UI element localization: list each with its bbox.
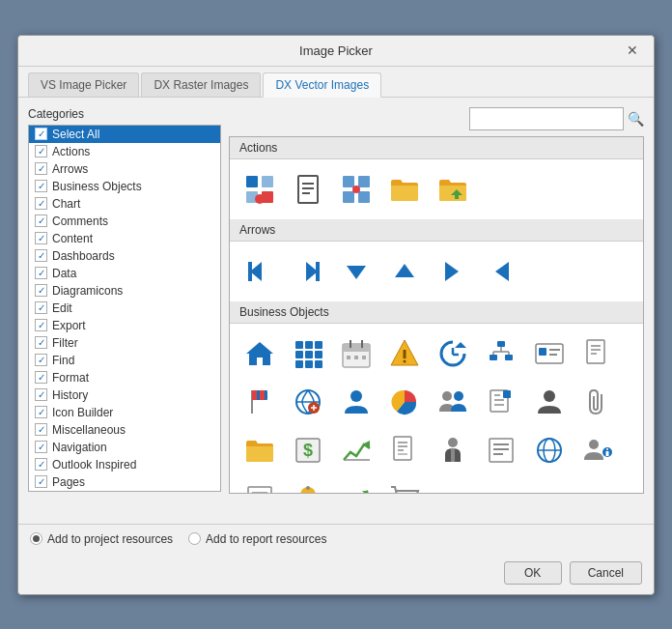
category-item-diagramicons[interactable]: ✓ Diagramicons [29, 282, 220, 300]
icon-list[interactable] [238, 476, 282, 494]
tab-dx-vector-images[interactable]: DX Vector Images [263, 72, 381, 98]
category-item-icon-builder[interactable]: ✓ Icon Builder [29, 404, 220, 421]
icon-pie-chart[interactable] [382, 380, 427, 424]
checkbox-filter: ✓ [35, 336, 47, 349]
checkbox-format: ✓ [35, 371, 47, 384]
tab-vs-image-picker[interactable]: VS Image Picker [28, 72, 139, 97]
icon-calendar[interactable] [334, 331, 378, 376]
svg-rect-15 [248, 262, 252, 281]
ok-button[interactable]: OK [504, 561, 562, 585]
bottom-panel: Add to project resources Add to report r… [18, 524, 654, 554]
category-item-content[interactable]: ✓ Content [29, 230, 220, 247]
category-item-history[interactable]: ✓ History [29, 386, 220, 404]
category-item-edit[interactable]: ✓ Edit [29, 300, 220, 317]
search-input[interactable] [469, 107, 624, 130]
category-item-outlook-inspired[interactable]: ✓ Outlook Inspired [29, 456, 220, 473]
icon-grid-color[interactable] [238, 167, 282, 212]
category-item-filter[interactable]: ✓ Filter [29, 334, 220, 352]
icon-grid-small[interactable] [286, 331, 330, 376]
icon-person-info[interactable] [575, 428, 620, 472]
icon-person2[interactable] [527, 380, 572, 424]
icon-person[interactable] [334, 380, 378, 424]
svg-point-68 [350, 390, 362, 402]
svg-point-71 [454, 391, 463, 401]
category-item-miscellaneous[interactable]: ✓ Miscellaneous [29, 421, 220, 439]
checkbox-navigation: ✓ [35, 441, 47, 453]
icon-history[interactable] [431, 331, 475, 376]
icon-arrow-down[interactable] [334, 249, 378, 294]
category-item-pdf-viewer[interactable]: ✓ Pdf Viewer [29, 491, 220, 492]
category-item-chart[interactable]: ✓ Chart [29, 195, 220, 213]
icon-document[interactable] [286, 167, 330, 212]
radio-report-resources[interactable]: Add to report resources [188, 532, 326, 546]
svg-rect-33 [343, 344, 370, 352]
checkbox-content: ✓ [35, 232, 47, 244]
category-label-select-all: Select All [52, 128, 99, 141]
category-item-format[interactable]: ✓ Format [29, 369, 220, 386]
icon-grid-dots[interactable] [334, 167, 378, 212]
section-header-arrows: Arrows [230, 219, 643, 242]
category-label-miscellaneous: Miscellaneous [52, 423, 126, 437]
close-button[interactable]: ✕ [623, 43, 642, 57]
icon-globe[interactable] [527, 428, 572, 472]
icon-hierarchy[interactable] [479, 331, 523, 376]
icon-folder[interactable] [382, 167, 427, 212]
icon-warning[interactable] [382, 331, 427, 376]
icon-document4[interactable] [479, 428, 523, 472]
icon-cart[interactable] [382, 476, 427, 494]
icon-folder-open[interactable] [431, 167, 475, 212]
categories-label: Categories [28, 107, 221, 121]
tab-dx-raster-images[interactable]: DX Raster Images [141, 72, 261, 97]
icon-edit2[interactable] [479, 380, 523, 424]
icon-arrow-left[interactable] [479, 249, 523, 294]
category-label-pages: Pages [52, 475, 85, 489]
icon-clip[interactable] [575, 380, 620, 424]
icon-bell[interactable] [286, 476, 330, 494]
category-label-business-objects: Business Objects [52, 180, 142, 193]
category-item-arrows[interactable]: ✓ Arrows [29, 160, 220, 178]
svg-rect-45 [497, 341, 505, 347]
category-item-comments[interactable]: ✓ Comments [29, 213, 220, 230]
category-item-export[interactable]: ✓ Export [29, 317, 220, 334]
checkbox-data: ✓ [35, 267, 47, 279]
checkbox-comments: ✓ [35, 214, 47, 227]
icon-trending[interactable] [334, 476, 378, 494]
icon-document2[interactable] [575, 331, 620, 376]
svg-rect-17 [316, 262, 320, 281]
svg-point-41 [404, 359, 406, 362]
icon-arrow-right[interactable] [431, 249, 475, 294]
section-header-actions: Actions [230, 137, 643, 159]
svg-rect-26 [295, 351, 303, 358]
icon-home[interactable] [238, 331, 282, 376]
icon-id-card[interactable] [527, 331, 572, 376]
icon-chart-up[interactable] [334, 428, 378, 472]
category-item-data[interactable]: ✓ Data [29, 265, 220, 282]
svg-rect-37 [354, 356, 358, 359]
category-item-select-all[interactable]: ✓ Select All [29, 126, 220, 143]
icon-arrow-first[interactable] [238, 249, 282, 294]
icon-arrow-up[interactable] [382, 249, 427, 294]
svg-point-87 [448, 438, 458, 447]
icon-dollar[interactable]: $ [286, 428, 330, 472]
category-item-dashboards[interactable]: ✓ Dashboards [29, 247, 220, 265]
icon-document3[interactable] [382, 428, 427, 472]
category-item-find[interactable]: ✓ Find [29, 352, 220, 369]
category-item-pages[interactable]: ✓ Pages [29, 473, 220, 491]
icon-person3[interactable] [431, 428, 475, 472]
svg-rect-63 [260, 390, 265, 400]
checkbox-actions: ✓ [35, 145, 47, 157]
icon-folder2[interactable] [238, 428, 282, 472]
category-item-business-objects[interactable]: ✓ Business Objects [29, 178, 220, 195]
category-list[interactable]: ✓ Select All ✓ Actions ✓ Arrows ✓ Busine… [28, 125, 221, 492]
category-item-navigation[interactable]: ✓ Navigation [29, 439, 220, 456]
icon-flag[interactable] [238, 380, 282, 424]
icon-group[interactable] [431, 380, 475, 424]
radio-label-project: Add to project resources [47, 532, 173, 546]
icon-globe2[interactable] [286, 380, 330, 424]
cancel-button[interactable]: Cancel [570, 561, 642, 585]
right-panel: 🔍 Actions [229, 107, 644, 514]
icon-arrow-last[interactable] [286, 249, 330, 294]
checkbox-find: ✓ [35, 354, 47, 366]
radio-project-resources[interactable]: Add to project resources [30, 532, 173, 546]
category-item-actions[interactable]: ✓ Actions [29, 143, 220, 160]
